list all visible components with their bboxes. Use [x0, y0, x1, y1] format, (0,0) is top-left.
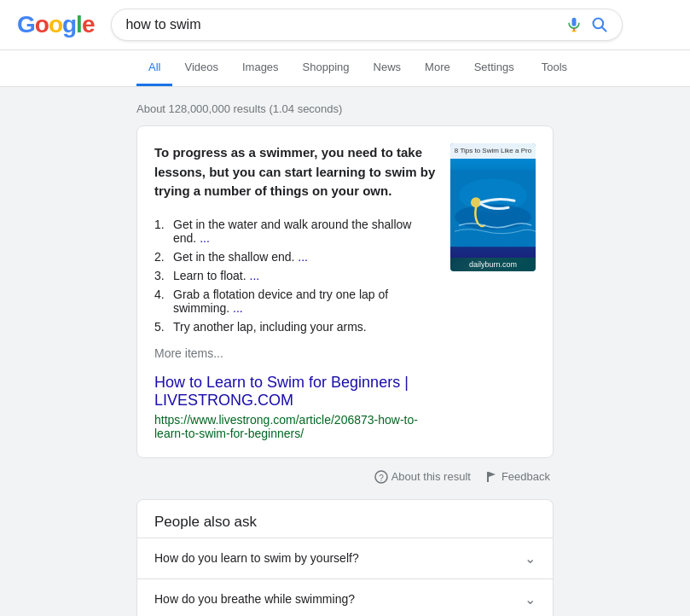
- snippet-card: To progress as a swimmer, you need to ta…: [136, 125, 554, 458]
- paa-question-2: How do you breathe while swimming?: [154, 592, 355, 606]
- list-item: 1. Get in the water and walk around the …: [154, 215, 437, 247]
- google-logo[interactable]: Google: [17, 11, 94, 38]
- snippet-result-title[interactable]: How to Learn to Swim for Beginners | LIV…: [154, 374, 437, 410]
- svg-text:?: ?: [379, 473, 384, 482]
- feedback-button[interactable]: Feedback: [484, 470, 550, 484]
- list-item: 3. Learn to float. ...: [154, 266, 437, 285]
- logo-g2: g: [62, 11, 76, 38]
- image-label: 8 Tips to Swim Like a Pro: [450, 143, 536, 159]
- header: Google: [0, 0, 690, 50]
- svg-point-8: [471, 197, 481, 207]
- search-input[interactable]: [125, 17, 565, 32]
- logo-o2: o: [49, 11, 62, 38]
- paa-item-2[interactable]: How do you breathe while swimming? ⌄: [137, 578, 553, 617]
- list-item: 5. Try another lap, including your arms.: [154, 317, 437, 336]
- nav-right: Settings Tools: [462, 50, 579, 86]
- logo-g: G: [17, 11, 35, 38]
- snippet-content: To progress as a swimmer, you need to ta…: [154, 143, 437, 440]
- about-result-button[interactable]: ? About this result: [374, 470, 471, 484]
- results-count: About 128,000,000 results (1.04 seconds): [136, 96, 554, 125]
- search-icons: [565, 16, 608, 33]
- tab-settings[interactable]: Settings: [462, 50, 526, 86]
- people-also-ask-card: People also ask How do you learn to swim…: [136, 499, 554, 617]
- about-result-label: About this result: [391, 470, 471, 483]
- mic-icon[interactable]: [565, 16, 583, 33]
- flag-icon: [484, 470, 498, 484]
- tab-tools[interactable]: Tools: [530, 50, 579, 86]
- svg-rect-0: [572, 18, 577, 26]
- snippet-image[interactable]: 8 Tips to Swim Like a Pro: [450, 143, 536, 271]
- svg-line-4: [602, 27, 606, 32]
- search-icon[interactable]: [591, 16, 608, 33]
- feedback-label: Feedback: [502, 470, 550, 483]
- image-caption: dailyburn.com: [450, 258, 536, 271]
- tab-all[interactable]: All: [136, 50, 172, 86]
- list-item: 2. Get in the shallow end. ...: [154, 247, 437, 266]
- more-items-link[interactable]: More items...: [154, 346, 437, 360]
- result-meta: ? About this result Feedback: [136, 465, 554, 489]
- paa-question-1: How do you learn to swim by yourself?: [154, 551, 359, 565]
- nav-tabs: All Videos Images Shopping News More Set…: [0, 50, 690, 87]
- tab-more[interactable]: More: [413, 50, 462, 86]
- tab-shopping[interactable]: Shopping: [291, 50, 362, 86]
- snippet-list: 1. Get in the water and walk around the …: [154, 215, 437, 336]
- tab-images[interactable]: Images: [230, 50, 291, 86]
- question-circle-icon: ?: [374, 470, 388, 484]
- paa-title: People also ask: [137, 500, 553, 538]
- swimmer-visual: [450, 159, 536, 258]
- snippet-url: https://www.livestrong.com/article/20687…: [154, 413, 437, 440]
- logo-o1: o: [35, 11, 49, 38]
- logo-l: l: [76, 11, 82, 38]
- paa-item-1[interactable]: How do you learn to swim by yourself? ⌄: [137, 538, 553, 578]
- chevron-down-icon: ⌄: [525, 591, 536, 607]
- main-content: About 128,000,000 results (1.04 seconds)…: [0, 87, 690, 616]
- svg-rect-11: [487, 472, 489, 482]
- list-item: 4. Grab a flotation device and try one l…: [154, 285, 437, 317]
- logo-e: e: [82, 11, 95, 38]
- tab-videos[interactable]: Videos: [172, 50, 230, 86]
- search-bar: [111, 9, 623, 41]
- snippet-body-text: To progress as a swimmer, you need to ta…: [154, 143, 437, 201]
- tab-news[interactable]: News: [362, 50, 414, 86]
- chevron-down-icon: ⌄: [525, 550, 536, 567]
